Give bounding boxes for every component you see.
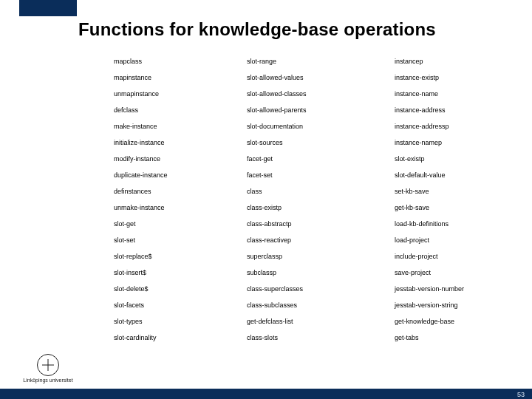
fn-cell: slot-sources <box>247 134 395 151</box>
fn-cell: slot-delete$ <box>114 281 247 297</box>
university-logo: Linköpings universitet <box>19 354 77 383</box>
fn-cell: jesstab-version-string <box>395 297 513 313</box>
fn-cell: slot-insert$ <box>114 265 247 281</box>
fn-cell: mapinstance <box>114 69 247 86</box>
fn-cell: mapclass <box>114 53 247 69</box>
fn-cell: superclassp <box>247 248 395 265</box>
fn-cell: slot-default-value <box>395 167 513 183</box>
fn-cell: load-kb-definitions <box>395 216 513 232</box>
fn-cell: slot-allowed-values <box>247 69 395 86</box>
fn-cell: class-abstractp <box>247 216 395 232</box>
fn-cell: instance-address <box>395 102 513 118</box>
university-name: Linköpings universitet <box>23 378 72 383</box>
fn-cell: duplicate-instance <box>114 167 247 183</box>
fn-cell: save-project <box>395 265 513 281</box>
fn-cell: slot-replace$ <box>114 248 247 265</box>
fn-cell: slot-get <box>114 216 247 232</box>
fn-cell: slot-cardinality <box>114 330 247 346</box>
fn-cell: definstances <box>114 183 247 200</box>
fn-cell: instance-addressp <box>395 118 513 134</box>
fn-cell: make-instance <box>114 118 247 134</box>
fn-cell: slot-facets <box>114 297 247 313</box>
fn-cell: slot-set <box>114 232 247 248</box>
fn-cell: unmake-instance <box>114 200 247 216</box>
fn-cell: defclass <box>114 102 247 118</box>
fn-cell: class <box>247 183 395 200</box>
functions-col-1: mapclass mapinstance unmapinstance defcl… <box>114 53 247 346</box>
functions-col-2: slot-range slot-allowed-values slot-allo… <box>247 53 395 346</box>
functions-col-3: instancep instance-existp instance-name … <box>395 53 513 346</box>
fn-cell: instance-namep <box>395 134 513 151</box>
fn-cell: include-project <box>395 248 513 265</box>
functions-table: mapclass mapinstance unmapinstance defcl… <box>114 53 513 346</box>
fn-cell: set-kb-save <box>395 183 513 200</box>
fn-cell: get-tabs <box>395 330 513 346</box>
fn-cell: initialize-instance <box>114 134 247 151</box>
fn-cell: load-project <box>395 232 513 248</box>
fn-cell: modify-instance <box>114 151 247 167</box>
slide-title: Functions for knowledge-base operations <box>78 19 436 40</box>
seal-icon <box>37 354 59 376</box>
fn-cell: get-kb-save <box>395 200 513 216</box>
fn-cell: class-slots <box>247 330 395 346</box>
fn-cell: slot-allowed-parents <box>247 102 395 118</box>
fn-cell: facet-set <box>247 167 395 183</box>
slide: Functions for knowledge-base operations … <box>0 0 532 399</box>
fn-cell: instance-name <box>395 86 513 102</box>
fn-cell: class-subclasses <box>247 297 395 313</box>
fn-cell: slot-allowed-classes <box>247 86 395 102</box>
fn-cell: slot-documentation <box>247 118 395 134</box>
fn-cell: instance-existp <box>395 69 513 86</box>
top-accent-block <box>19 0 77 16</box>
fn-cell: instancep <box>395 53 513 69</box>
fn-cell: jesstab-version-number <box>395 281 513 297</box>
fn-cell: get-defclass-list <box>247 313 395 330</box>
fn-cell: class-superclasses <box>247 281 395 297</box>
footer-page-right: 53 <box>517 391 525 398</box>
fn-cell: facet-get <box>247 151 395 167</box>
fn-cell: get-knowledge-base <box>395 313 513 330</box>
fn-cell: unmapinstance <box>114 86 247 102</box>
fn-cell: subclassp <box>247 265 395 281</box>
fn-cell: slot-existp <box>395 151 513 167</box>
bottom-bar: 53 <box>0 389 532 399</box>
fn-cell: class-existp <box>247 200 395 216</box>
fn-cell: slot-types <box>114 313 247 330</box>
fn-cell: slot-range <box>247 53 395 69</box>
fn-cell: class-reactivep <box>247 232 395 248</box>
